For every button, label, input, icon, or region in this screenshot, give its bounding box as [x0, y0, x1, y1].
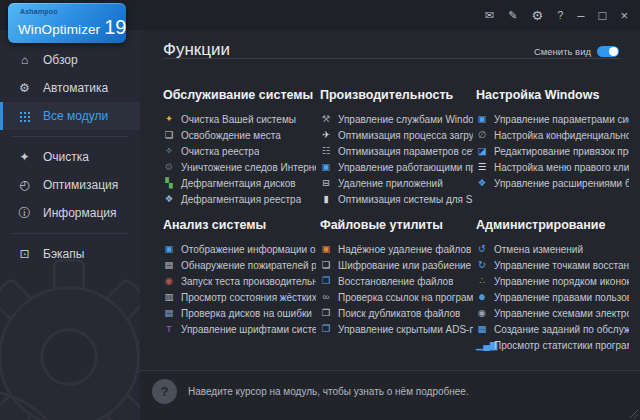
sidebar-item-label: Автоматика	[43, 81, 108, 95]
module-link[interactable]: TУправление шрифтами системы	[163, 321, 320, 337]
module-link[interactable]: ❏Освобождение места	[163, 127, 320, 143]
module-link[interactable]: ▣Надёжное удаление файлов	[320, 241, 476, 257]
module-link[interactable]: ◉Управление схемами электропитания	[476, 305, 632, 321]
titlebar-actions: ✉✎⚙?–□×	[485, 0, 628, 30]
sidebar-item-cleaning[interactable]: ✦Очистка	[0, 143, 140, 171]
processes-icon: ▣	[320, 162, 332, 172]
app-logo: Ashampoo WinOptimizer 19	[8, 3, 126, 43]
automation-gears-icon: ⚙	[17, 81, 32, 95]
module-label: Отмена изменений	[494, 244, 583, 255]
module-link[interactable]: ↺Отмена изменений	[476, 241, 632, 257]
module-link[interactable]: ✦Очистка Вашей системы	[163, 111, 320, 127]
module-label: Поиск дубликатов файлов	[338, 308, 460, 319]
logo-version: 19	[104, 16, 126, 39]
module-link[interactable]: ∞Проверка ссылок на программы	[320, 289, 476, 305]
section-administration: Администрирование↺Отмена изменений↻Управ…	[476, 218, 632, 353]
sidebar-item-all-modules[interactable]: Все модули	[0, 102, 140, 130]
scheduled-tasks-icon: ▦	[476, 324, 488, 334]
link-check-icon: ∞	[320, 292, 332, 302]
main-panel: Функции Сменить вид Обслуживание системы…	[140, 30, 640, 420]
page-title: Функции	[163, 40, 230, 60]
modules-grid-icon	[19, 111, 30, 122]
module-link[interactable]: ❏Шифрование или разбиение файлов	[320, 257, 476, 273]
module-link[interactable]: ⚒Управление службами Windows	[320, 111, 476, 127]
module-link[interactable]: ❖Управление расширениями браузеров	[476, 175, 632, 191]
module-link[interactable]: ↻Управление точками восстановления	[476, 257, 632, 273]
module-link[interactable]: ▣Управление параметрами системы	[476, 111, 632, 127]
sidebar-item-label: Обзор	[43, 53, 78, 67]
settings-icon[interactable]: ⚙	[532, 9, 544, 22]
module-label: Оптимизация системы для SSD	[338, 194, 473, 205]
module-link[interactable]: ∅Настройка конфиденциальности	[476, 127, 632, 143]
system-settings-icon: ▣	[476, 114, 488, 124]
module-link[interactable]: ☰Настройка меню правого клика	[476, 159, 632, 175]
logo-brand: Ashampoo	[20, 8, 126, 15]
sidebar-item-automation[interactable]: ⚙Автоматика	[0, 74, 140, 102]
module-link[interactable]: ◪Редактирование привязок программ	[476, 143, 632, 159]
module-link[interactable]: ✧Очистка реестра	[163, 143, 320, 159]
benchmark-icon: ◉	[163, 276, 175, 286]
sidebar-item-optimization[interactable]: ◴Оптимизация	[0, 171, 140, 199]
module-label: Удаление приложений	[338, 178, 443, 189]
module-link[interactable]: ▮Оптимизация системы для SSD	[320, 191, 476, 207]
footer-hint-bar: ? Наведите курсор на модуль, чтобы узнат…	[140, 370, 640, 420]
broom-clean-icon: ✦	[163, 114, 175, 124]
home-icon: ⌂	[17, 53, 32, 67]
module-label: Создание заданий по обслуживанию	[494, 324, 629, 335]
minimize-icon[interactable]: –	[577, 9, 584, 22]
module-label: Управление порядком иконок	[494, 276, 629, 287]
module-label: Оптимизация процесса загрузки	[338, 130, 473, 141]
disk-check-icon: ▤	[163, 308, 175, 318]
module-label: Управление схемами электропитания	[494, 308, 629, 319]
module-link[interactable]: ▦Создание заданий по обслуживанию	[476, 321, 632, 337]
module-link[interactable]: ☻Управление правами пользователей	[476, 289, 632, 305]
sidebar-item-overview[interactable]: ⌂Обзор	[0, 46, 140, 74]
toggle-switch-icon[interactable]	[597, 46, 619, 57]
sidebar-divider	[12, 233, 128, 234]
close-icon[interactable]: ×	[620, 9, 628, 22]
sidebar-item-backups[interactable]: ⊡Бэкапы	[0, 240, 140, 268]
module-label: Надёжное удаление файлов	[338, 244, 471, 255]
change-view-toggle[interactable]: Сменить вид	[534, 46, 619, 57]
notes-icon[interactable]: ✎	[508, 10, 517, 21]
module-link[interactable]: ❐Управление скрытыми ADS-потоками	[320, 321, 476, 337]
sidebar-item-label: Оптимизация	[43, 178, 118, 192]
uninstall-icon: ⊟	[320, 178, 332, 188]
module-link[interactable]: ❖Дефрагментация реестра	[163, 191, 320, 207]
hdd-health-icon: ▥	[163, 292, 175, 302]
disk-defrag-icon: ▚	[163, 178, 175, 188]
module-link[interactable]: ❒Поиск дубликатов файлов	[320, 305, 476, 321]
module-link[interactable]: ∴Управление порядком иконок	[476, 273, 632, 289]
internet-traces-icon: ⚙	[163, 162, 175, 172]
maximize-icon[interactable]: □	[599, 9, 607, 22]
sidebar-item-information[interactable]: ⓘИнформация	[0, 199, 140, 227]
module-label: Проверка дисков на ошибки	[181, 308, 312, 319]
sidebar-nav: ⌂Обзор⚙АвтоматикаВсе модули✦Очистка◴Опти…	[0, 30, 140, 268]
module-link[interactable]: ⚙Уничтожение следов Интернета	[163, 159, 320, 175]
module-label: Отображение информации о системе	[181, 244, 316, 255]
backup-icon: ⊡	[17, 247, 32, 261]
module-link[interactable]: ✈Оптимизация процесса загрузки	[320, 127, 476, 143]
module-link[interactable]: ▣Управление работающими процессами	[320, 159, 476, 175]
module-link[interactable]: ▣Отображение информации о системе	[163, 241, 320, 257]
module-link[interactable]: ▤Проверка дисков на ошибки	[163, 305, 320, 321]
module-label: Управление службами Windows	[338, 114, 473, 125]
module-link[interactable]: ◉Запуск теста производительности	[163, 273, 320, 289]
broom-icon: ✦	[17, 150, 32, 164]
resource-hogs-icon: ▤	[163, 260, 175, 270]
privacy-icon: ∅	[476, 130, 488, 140]
module-link[interactable]: ▁▄▆Просмотр статистики программы	[476, 337, 632, 353]
module-label: Управление правами пользователей	[494, 292, 629, 303]
feedback-icon[interactable]: ✉	[485, 10, 494, 21]
module-link[interactable]: ▚Дефрагментация дисков	[163, 175, 320, 191]
module-link[interactable]: ▤Обнаружение пожирателей ресурсов	[163, 257, 320, 273]
help-circle-icon: ?	[152, 379, 177, 404]
module-label: Просмотр статистики программы	[494, 340, 629, 351]
module-link[interactable]: ▥Просмотр состояния жёстких дисков	[163, 289, 320, 305]
module-link[interactable]: ⊟Удаление приложений	[320, 175, 476, 191]
module-link[interactable]: ☷Оптимизация параметров сети	[320, 143, 476, 159]
ads-streams-icon: ❐	[320, 324, 332, 334]
module-link[interactable]: ❐Восстановление файлов	[320, 273, 476, 289]
help-icon[interactable]: ?	[557, 10, 563, 21]
sidebar-item-label: Все модули	[43, 109, 108, 123]
